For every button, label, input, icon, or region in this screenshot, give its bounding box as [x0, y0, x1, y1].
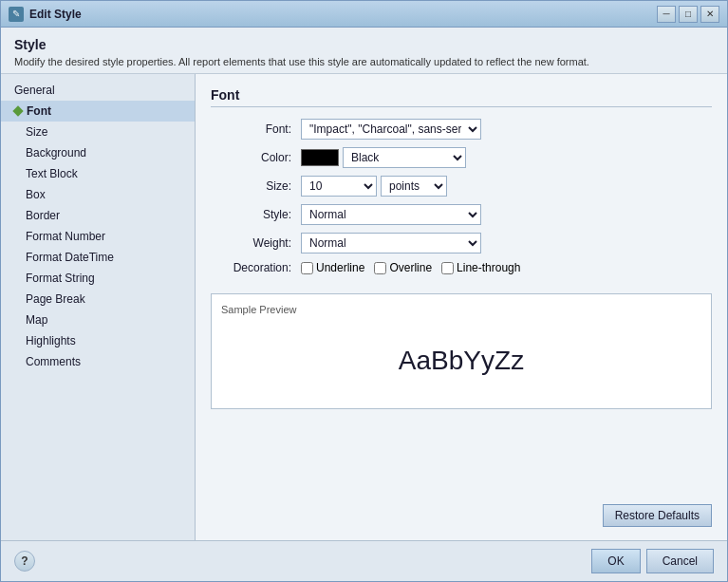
dialog-header: Style Modify the desired style propertie…: [1, 28, 727, 74]
weight-select[interactable]: Normal Bold Bolder Lighter: [301, 233, 481, 253]
sidebar-item-size[interactable]: Size: [1, 122, 195, 142]
sidebar-item-page-break[interactable]: Page Break: [1, 289, 195, 310]
unit-select[interactable]: points px em cm: [381, 176, 447, 197]
style-description: Modify the desired style properties. All…: [14, 56, 714, 67]
sidebar-item-text-block[interactable]: Text Block: [1, 163, 195, 184]
ok-button[interactable]: OK: [591, 549, 640, 573]
preview-text: AaBbYyZz: [221, 323, 701, 399]
title-bar-controls: ─ □ ✕: [657, 6, 719, 23]
sidebar-item-border[interactable]: Border: [1, 205, 195, 226]
weight-control: Normal Bold Bolder Lighter: [301, 233, 712, 253]
active-diamond-icon: [12, 105, 23, 116]
underline-label[interactable]: Underline: [316, 261, 364, 274]
sidebar-label-map: Map: [26, 313, 47, 327]
line-through-checkbox[interactable]: [441, 262, 454, 274]
size-control: 8 9 10 11 12 14 16 18 points px em: [301, 176, 712, 197]
color-label: Color:: [211, 151, 301, 164]
overline-option[interactable]: Overline: [374, 261, 432, 274]
sidebar-label-border: Border: [26, 209, 60, 222]
sidebar-item-general[interactable]: General: [1, 80, 195, 101]
title-bar: ✎ Edit Style ─ □ ✕: [1, 1, 727, 28]
sidebar-item-highlights[interactable]: Highlights: [1, 330, 195, 351]
sidebar-label-general: General: [14, 84, 55, 97]
minimize-button[interactable]: ─: [657, 6, 676, 23]
sidebar-label-highlights: Highlights: [26, 334, 76, 347]
font-row: Font: "Impact", "Charcoal", sans-serif: [211, 119, 712, 140]
section-title: Font: [211, 87, 712, 107]
sidebar-label-text-block: Text Block: [26, 167, 78, 180]
size-label: Size:: [211, 179, 301, 193]
sidebar-item-format-string[interactable]: Format String: [1, 268, 195, 289]
sidebar-label-comments: Comments: [26, 355, 81, 368]
size-select[interactable]: 8 9 10 11 12 14 16 18: [301, 176, 377, 197]
sidebar-label-format-datetime: Format DateTime: [26, 251, 114, 264]
color-control: Black White Red Blue: [301, 147, 712, 168]
decoration-label: Decoration:: [211, 261, 301, 274]
sidebar-item-comments[interactable]: Comments: [1, 351, 195, 372]
title-bar-left: ✎ Edit Style: [9, 7, 82, 22]
restore-defaults-button[interactable]: Restore Defaults: [603, 504, 712, 527]
preview-label: Sample Preview: [221, 304, 701, 315]
decoration-control: Underline Overline Line-through: [301, 261, 712, 274]
weight-label: Weight:: [211, 236, 301, 250]
dialog-title: Edit Style: [29, 8, 82, 21]
underline-checkbox[interactable]: [301, 262, 313, 274]
bottom-bar: ? OK Cancel: [1, 540, 727, 581]
sidebar-item-background[interactable]: Background: [1, 142, 195, 163]
overline-checkbox[interactable]: [374, 262, 386, 274]
sidebar-label-format-string: Format String: [26, 272, 95, 285]
edit-style-dialog: ✎ Edit Style ─ □ ✕ Style Modify the desi…: [0, 0, 728, 582]
sidebar-item-map[interactable]: Map: [1, 310, 195, 330]
sidebar-item-format-datetime[interactable]: Format DateTime: [1, 247, 195, 268]
style-label: Style:: [211, 208, 301, 221]
style-select[interactable]: Normal Italic Oblique: [301, 204, 481, 225]
footer-buttons: OK Cancel: [591, 549, 714, 573]
sidebar-label-box: Box: [26, 188, 46, 201]
color-swatch[interactable]: [301, 149, 339, 166]
restore-row: Restore Defaults: [211, 485, 712, 527]
sidebar: General Font Size Background Text Block …: [1, 74, 196, 540]
sidebar-label-page-break: Page Break: [26, 292, 85, 306]
help-button[interactable]: ?: [14, 551, 35, 572]
style-row: Style: Normal Italic Oblique: [211, 204, 712, 225]
cancel-button[interactable]: Cancel: [646, 549, 714, 573]
maximize-button[interactable]: □: [679, 6, 698, 23]
sidebar-label-font: Font: [27, 104, 51, 118]
sidebar-item-box[interactable]: Box: [1, 184, 195, 205]
sidebar-item-font[interactable]: Font: [1, 101, 195, 122]
font-select[interactable]: "Impact", "Charcoal", sans-serif: [301, 119, 481, 140]
color-select[interactable]: Black White Red Blue: [343, 147, 466, 168]
underline-option[interactable]: Underline: [301, 261, 364, 274]
decoration-options: Underline Overline Line-through: [301, 261, 520, 274]
content-inner: Font Font: "Impact", "Charcoal", sans-se…: [211, 87, 712, 527]
edit-icon: ✎: [9, 7, 24, 22]
line-through-label[interactable]: Line-through: [457, 261, 520, 274]
font-control: "Impact", "Charcoal", sans-serif: [301, 119, 712, 140]
preview-box: Sample Preview AaBbYyZz: [211, 293, 712, 409]
sidebar-label-format-number: Format Number: [26, 230, 105, 243]
style-control: Normal Italic Oblique: [301, 204, 712, 225]
main-content: Font Font: "Impact", "Charcoal", sans-se…: [196, 74, 727, 540]
weight-row: Weight: Normal Bold Bolder Lighter: [211, 233, 712, 253]
size-row: Size: 8 9 10 11 12 14 16 18: [211, 176, 712, 197]
decoration-row: Decoration: Underline Overline: [211, 261, 712, 274]
overline-label[interactable]: Overline: [389, 261, 432, 274]
dialog-body: General Font Size Background Text Block …: [1, 74, 727, 540]
line-through-option[interactable]: Line-through: [441, 261, 520, 274]
sidebar-item-format-number[interactable]: Format Number: [1, 226, 195, 247]
sidebar-label-background: Background: [26, 146, 86, 160]
close-button[interactable]: ✕: [700, 6, 719, 23]
font-label: Font:: [211, 122, 301, 136]
color-row: Color: Black White Red Blue: [211, 147, 712, 168]
style-heading: Style: [14, 37, 714, 52]
sidebar-label-size: Size: [26, 125, 47, 139]
